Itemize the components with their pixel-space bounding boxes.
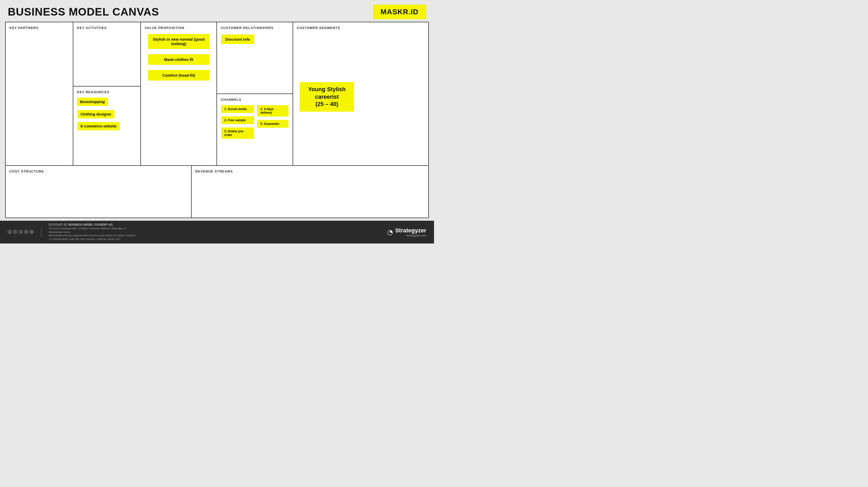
cs-card-age: (25 – 40): [315, 101, 338, 107]
cc-nd-icon: Ⓢ: [24, 230, 28, 235]
customer-segments-section: CUSTOMER SEGMENTS Young Stylish careeris…: [293, 22, 361, 165]
company-label: BUSINESS MODEL FOUNDRY AG: [68, 223, 113, 226]
vp-card-2: Mask-clothes fit: [148, 54, 209, 65]
channel-2: 2. Free sample: [221, 116, 254, 124]
channels-right: 4. 3-days delivery 5. Guarantee: [257, 104, 289, 140]
canvas-top-row: KEY PARTNERS KEY ACTIVITIES KEY RESOURCE…: [6, 22, 428, 166]
page-title: BUSINESS MODEL CANVAS: [8, 6, 159, 18]
cr-area: CUSTOMER RELATIONSHIPS Discount info CHA…: [217, 22, 292, 165]
vp-card-1: Stylish in new normal (good looking): [148, 34, 209, 49]
vp-card-3: Comfort (head-fit): [148, 70, 209, 81]
channels-section: CHANNELS 1. Social media 2. Free sample …: [217, 94, 292, 165]
bootstrapping-card: Bootstrapping: [77, 98, 108, 106]
value-proposition-title: VALUE PROPOSITION: [145, 26, 213, 30]
key-resources-title: KEY RESOURCES: [77, 90, 137, 94]
footer-left: Ⓐ Ⓒ Ⓥ Ⓢ Ⓑ DESIGNED BY BUSINESS MODEL FOU…: [8, 223, 137, 241]
key-resources-section: KEY RESOURCES Bootstrapping Clothing des…: [73, 87, 141, 165]
designed-by-label: DESIGNED BY: [49, 223, 68, 226]
channel-5: 5. Guarantee: [257, 120, 288, 128]
brand-badge: MASKR.ID: [373, 5, 426, 19]
key-activities-col: KEY ACTIVITIES KEY RESOURCES Bootstrappi…: [73, 22, 141, 165]
cc-icons: Ⓐ Ⓒ Ⓥ Ⓢ Ⓑ: [8, 230, 34, 235]
strategyzer-name: Strategyzer: [395, 227, 426, 234]
strategyzer-text: Strategyzer strategyzer.com: [395, 227, 426, 237]
value-proposition-section: VALUE PROPOSITION Stylish in new normal …: [141, 22, 217, 165]
cs-card: Young Stylish careerist (25 – 40): [300, 82, 354, 112]
strategyzer-icon: ◔: [387, 228, 393, 236]
clothing-designer-card: Clothing designer: [78, 110, 115, 118]
cr-title: CUSTOMER RELATIONSHIPS: [221, 26, 289, 30]
canvas-bottom-row: COST STRUCTURE REVENUE STREAMS: [6, 166, 428, 218]
customer-relationships-section: CUSTOMER RELATIONSHIPS Discount info: [217, 22, 292, 94]
footer-center: DESIGNED BY BUSINESS MODEL FOUNDRY AG Th…: [49, 223, 137, 241]
key-activities-section: KEY ACTIVITIES: [73, 22, 141, 87]
key-partners-title: KEY PARTNERS: [9, 26, 69, 30]
discount-info-card: Discount info: [221, 34, 254, 44]
footer-designed-by: DESIGNED BY BUSINESS MODEL FOUNDRY AG: [49, 223, 137, 226]
cs-title: CUSTOMER SEGMENTS: [297, 26, 357, 30]
footer-license: This work is licensed under a Creative C…: [49, 227, 137, 241]
footer-right: ◔ Strategyzer strategyzer.com: [387, 227, 426, 237]
footer-divider: [41, 227, 41, 237]
cost-structure-section: COST STRUCTURE: [6, 166, 192, 218]
cc-by-icon: Ⓒ: [13, 230, 17, 235]
cost-structure-title: COST STRUCTURE: [9, 170, 187, 173]
strategyzer-brand: ◔ Strategyzer strategyzer.com: [387, 227, 426, 237]
channels-left: 1. Social media 2. Free sample 3. Online…: [221, 104, 254, 140]
ecommerce-card: E-commerce website: [78, 122, 120, 130]
channel-1: 1. Social media: [221, 105, 254, 113]
vp-cards: Stylish in new normal (good looking) Mas…: [145, 32, 213, 82]
revenue-streams-section: REVENUE STREAMS: [192, 166, 428, 218]
footer: Ⓐ Ⓒ Ⓥ Ⓢ Ⓑ DESIGNED BY BUSINESS MODEL FOU…: [0, 221, 434, 243]
cs-content: Young Stylish careerist (25 – 40): [297, 32, 357, 161]
cs-card-name: Young Stylish careerist: [308, 86, 346, 100]
canvas: KEY PARTNERS KEY ACTIVITIES KEY RESOURCE…: [5, 22, 429, 218]
key-partners-section: KEY PARTNERS: [6, 22, 73, 165]
cr-channels-col: CUSTOMER RELATIONSHIPS Discount info CHA…: [217, 22, 293, 165]
cc-icon: Ⓐ: [8, 230, 12, 235]
channels-grid: 1. Social media 2. Free sample 3. Online…: [221, 104, 289, 140]
resources-cards: Clothing designer E-commerce website: [77, 109, 137, 131]
page-header: BUSINESS MODEL CANVAS MASKR.ID: [0, 0, 434, 22]
revenue-streams-title: REVENUE STREAMS: [195, 170, 425, 173]
cc-sa-icon: Ⓥ: [19, 230, 23, 235]
channel-4: 4. 3-days delivery: [257, 105, 288, 117]
cc-share-icon: Ⓑ: [30, 230, 34, 235]
strategyzer-url: strategyzer.com: [395, 234, 426, 237]
channel-3: 3. Online pre-order: [221, 127, 254, 139]
key-activities-title: KEY ACTIVITIES: [77, 26, 137, 30]
channels-title: CHANNELS: [221, 98, 289, 101]
